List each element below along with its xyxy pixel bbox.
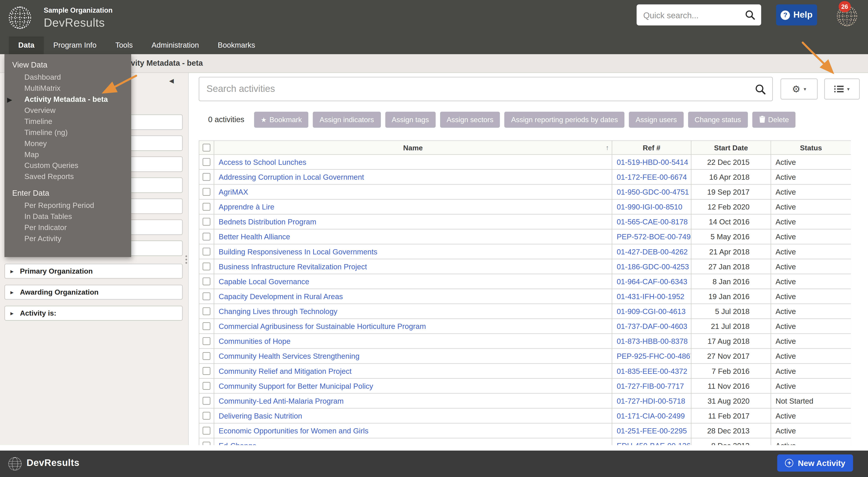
action-button-assign-tags[interactable]: Assign tags (385, 112, 435, 128)
nav-tab-bookmarks[interactable]: Bookmarks (209, 37, 265, 54)
search-icon[interactable] (754, 83, 766, 95)
ref-link[interactable]: 01-909-CGI-00-4613 (617, 307, 686, 315)
activity-link[interactable]: Commercial Agribusiness for Sustainable … (219, 322, 426, 331)
search-activities-input[interactable] (199, 77, 773, 101)
row-checkbox[interactable] (203, 248, 210, 255)
row-checkbox[interactable] (203, 322, 210, 330)
menu-item-custom-queries[interactable]: Custom Queries (4, 160, 131, 171)
row-checkbox[interactable] (203, 263, 210, 270)
search-icon[interactable] (745, 9, 756, 21)
row-checkbox[interactable] (203, 293, 210, 300)
row-checkbox[interactable] (203, 367, 210, 375)
menu-item-timeline[interactable]: Timeline (4, 116, 131, 127)
menu-item-overview[interactable]: Overview (4, 105, 131, 116)
menu-item-money[interactable]: Money (4, 138, 131, 149)
action-button-assign-sectors[interactable]: Assign sectors (440, 112, 500, 128)
filter-panel-primary-organization[interactable]: ▸Primary Organization (4, 264, 183, 279)
row-checkbox[interactable] (203, 233, 210, 240)
activity-link[interactable]: AgriMAX (219, 188, 248, 196)
filter-panel-awarding-organization[interactable]: ▸Awarding Organization (4, 285, 183, 300)
ref-link[interactable]: 01-727-HDI-00-5718 (617, 397, 685, 405)
ref-link[interactable]: 01-873-HBB-00-8378 (617, 337, 688, 345)
row-checkbox[interactable] (203, 382, 210, 389)
ref-link[interactable]: PEP-925-FHC-00-4867 (617, 352, 691, 360)
ref-link[interactable]: 01-950-GDC-00-4751 (617, 188, 689, 196)
menu-item-multimatrix[interactable]: MultiMatrix (4, 83, 131, 94)
activity-link[interactable]: Better Health Alliance (219, 233, 290, 241)
ref-link[interactable]: 01-186-GDC-00-4253 (617, 262, 689, 271)
nav-tab-administration[interactable]: Administration (142, 37, 209, 54)
nav-tab-tools[interactable]: Tools (106, 37, 142, 54)
menu-item-per-indicator[interactable]: Per Indicator (4, 222, 131, 233)
row-checkbox[interactable] (203, 352, 210, 360)
menu-item-timeline-ng[interactable]: Timeline (ng) (4, 127, 131, 138)
column-header-name[interactable]: Name↑ (214, 141, 612, 155)
menu-item-dashboard[interactable]: Dashboard (4, 72, 131, 83)
help-button[interactable]: ? Help (776, 4, 817, 26)
ref-link[interactable]: 01-565-CAE-00-8178 (617, 217, 688, 226)
row-checkbox[interactable] (203, 412, 210, 419)
action-button-assign-users[interactable]: Assign users (629, 112, 684, 128)
new-activity-button[interactable]: + New Activity (777, 454, 853, 472)
action-button-bookmark[interactable]: ★Bookmark (254, 112, 309, 128)
ref-link[interactable]: 01-519-HBD-00-5414 (617, 158, 688, 166)
ref-link[interactable]: 01-172-FEE-00-6674 (617, 173, 687, 181)
activity-link[interactable]: Community Health Services Strengthening (219, 352, 360, 360)
action-button-change-status[interactable]: Change status (688, 112, 747, 128)
menu-item-map[interactable]: Map (4, 149, 131, 160)
menu-item-per-activity[interactable]: Per Activity (4, 233, 131, 244)
activity-link[interactable]: Bednets Distribution Program (219, 217, 316, 226)
row-checkbox[interactable] (203, 173, 210, 181)
ref-link[interactable]: 01-737-DAF-00-4603 (617, 322, 687, 331)
select-all-checkbox[interactable] (203, 144, 210, 151)
ref-link[interactable]: 01-835-EEE-00-4372 (617, 367, 687, 375)
settings-button[interactable]: ⚙ ▾ (780, 78, 817, 100)
action-button-assign-reporting-periods-by-dates[interactable]: Assign reporting periods by dates (504, 112, 625, 128)
ref-link[interactable]: 01-427-DEB-00-4262 (617, 247, 688, 256)
activity-link[interactable]: Ed-Change (219, 442, 256, 445)
menu-item-saved-reports[interactable]: Saved Reports (4, 171, 131, 182)
action-button-delete[interactable]: Delete (752, 112, 796, 128)
column-header-ref[interactable]: Ref # (612, 141, 691, 155)
ref-link[interactable]: PEP-572-BOE-00-7494 (617, 233, 691, 241)
activity-link[interactable]: Community Support for Better Municipal P… (219, 382, 373, 390)
quick-search-input[interactable] (637, 4, 761, 26)
row-checkbox[interactable] (203, 218, 210, 226)
activity-link[interactable]: Community Relief and Mitigation Project (219, 367, 351, 375)
activity-link[interactable]: Addressing Corruption in Local Governmen… (219, 173, 364, 181)
ref-link[interactable]: 01-727-FIB-00-7717 (617, 382, 684, 390)
activity-link[interactable]: Business Infrastructure Revitalization P… (219, 262, 367, 271)
column-header-start-date[interactable]: Start Date (691, 141, 771, 155)
ref-link[interactable]: 01-171-CIA-00-2499 (617, 412, 685, 420)
row-checkbox[interactable] (203, 307, 210, 315)
activity-link[interactable]: Capacity Development in Rural Areas (219, 292, 343, 301)
row-checkbox[interactable] (203, 427, 210, 435)
row-checkbox[interactable] (203, 203, 210, 211)
activity-link[interactable]: Community-Led Anti-Malaria Program (219, 397, 344, 405)
action-button-assign-indicators[interactable]: Assign indicators (313, 112, 380, 128)
sidebar-collapse-icon[interactable]: ◀ (169, 77, 174, 84)
menu-item-activity-metadata-beta[interactable]: ▶Activity Metadata - beta (4, 94, 131, 105)
activity-link[interactable]: Communities of Hope (219, 337, 290, 345)
activity-link[interactable]: Economic Opportunities for Women and Gir… (219, 427, 368, 435)
nav-tab-data[interactable]: Data (9, 37, 44, 54)
row-checkbox[interactable] (203, 442, 210, 445)
activity-link[interactable]: Delivering Basic Nutrition (219, 412, 302, 420)
view-options-button[interactable]: ▾ (825, 78, 860, 100)
nav-tab-program-info[interactable]: Program Info (44, 37, 106, 54)
ref-link[interactable]: 01-964-CAF-00-6343 (617, 277, 687, 285)
ref-link[interactable]: 01-251-FEE-00-2295 (617, 427, 687, 435)
sidebar-resize-grip[interactable] (185, 255, 187, 264)
filter-panel-activity-is[interactable]: ▸Activity is: (4, 306, 183, 320)
activity-link[interactable]: Changing Lives through Technology (219, 307, 337, 315)
row-checkbox[interactable] (203, 337, 210, 345)
row-checkbox[interactable] (203, 188, 210, 196)
menu-item-per-reporting-period[interactable]: Per Reporting Period (4, 200, 131, 211)
ref-link[interactable]: 01-431-IFH-00-1952 (617, 292, 684, 301)
activity-link[interactable]: Building Responsiveness In Local Governm… (219, 247, 377, 256)
activity-link[interactable]: Apprendre à Lire (219, 203, 274, 211)
row-checkbox[interactable] (203, 158, 210, 166)
activity-link[interactable]: Access to School Lunches (219, 158, 306, 166)
menu-item-in-data-tables[interactable]: In Data Tables (4, 211, 131, 223)
ref-link[interactable]: EDU-450-BAE-00-1369 (617, 442, 691, 445)
